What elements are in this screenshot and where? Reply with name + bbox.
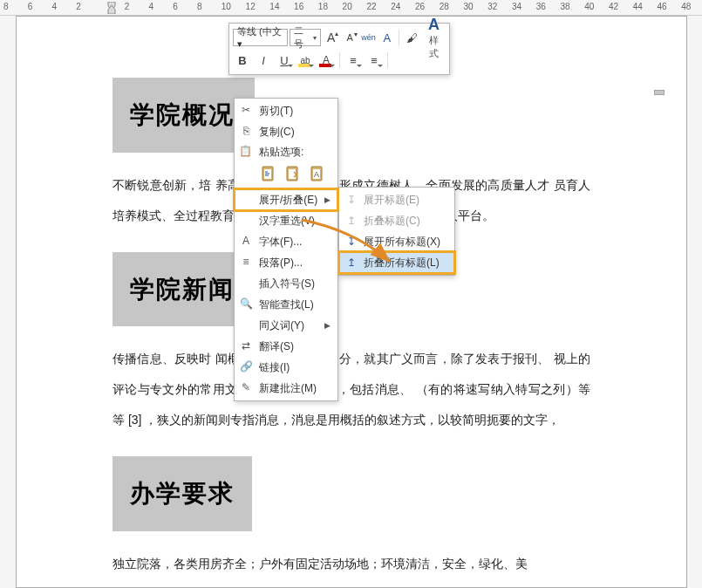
ruler-tick: 40 [584,2,594,11]
heading-2-block[interactable]: 学院新闻 [112,252,252,327]
bullets-icon: ≡ [350,54,357,67]
ruler-tick: 10 [222,2,231,11]
submenu-arrow-icon: ▶ [324,195,331,204]
font-size-value: 二号 [294,24,310,51]
ctx-synonyms[interactable]: 同义词(Y) ▶ [235,315,337,336]
ruler-tick: 44 [633,2,643,11]
translate-icon: ⇄ [239,338,253,352]
mini-toolbar: 等线 (中文▾ 二号▾ A▴ A▾ wén A 🖌 A 样式 B I U ab … [228,23,450,75]
styles-button[interactable]: A 样式 [422,16,446,60]
underline-button[interactable]: U [275,51,294,70]
ctx-translate[interactable]: ⇄ 翻译(S) [235,336,337,357]
ruler-tick: 22 [366,2,376,11]
ctx-link[interactable]: 🔗 链接(I) [235,357,337,378]
paste-merge-button[interactable] [282,163,303,184]
heading-1-text: 学院概况 [130,101,235,128]
right-margin-marker [654,78,665,83]
ruler-tick: 18 [318,2,328,11]
ruler-tick: 38 [560,2,569,11]
heading-3-block[interactable]: 办学要求 [112,456,252,531]
svg-rect-2 [654,90,665,95]
collapse-all-icon: ↥ [344,256,358,270]
cut-icon: ✂ [239,103,253,117]
ctx-paste-options-label: 📋 粘贴选项: [235,142,337,161]
ctx-paste-options: A [235,161,337,189]
font-name-selector[interactable]: 等线 (中文▾ [233,29,288,46]
ruler-tick: 6 [28,2,33,11]
paragraph-2[interactable]: 传播信息、反映时 闻概念有广义与狭义之分，就其广义而言，除了发表于报刊、 视上的… [112,344,590,435]
sub-expand-all[interactable]: ↧ 展开所有标题(X) [339,231,454,252]
paragraph-icon: ≡ [239,255,253,269]
font-name-value: 等线 (中文▾ [237,25,283,50]
sub-collapse-all[interactable]: ↥ 折叠所有标题(L) [339,252,454,273]
ruler-tick: 24 [391,2,400,11]
copy-icon: ⎘ [239,124,253,138]
numbering-button[interactable]: ≡ [365,51,384,70]
clear-formatting-button[interactable]: A [378,28,395,47]
ruler-tick: 8 [3,2,9,11]
paste-text-only-button[interactable]: A [306,163,327,184]
heading-3-text: 办学要求 [130,480,235,507]
ctx-reselect-hanzi[interactable]: 汉字重选(V) [235,210,337,231]
ruler-tick: 34 [512,2,521,11]
svg-text:A: A [314,170,319,179]
ctx-copy[interactable]: ⎘ 复制(C) [235,121,337,142]
ctx-new-comment[interactable]: ✎ 新建批注(M) [235,378,337,399]
ruler-tick: 6 [173,2,178,11]
format-painter-button[interactable]: 🖌 [403,28,419,47]
ruler-tick: 32 [487,2,497,11]
font-icon: A [239,234,253,248]
ruler-tick: 12 [246,2,256,11]
font-color-button[interactable]: A [317,51,336,70]
paste-keep-source-button[interactable] [257,163,278,184]
bold-button[interactable]: B [233,51,252,70]
ruler-tick: 28 [440,2,449,11]
expand-all-icon: ↧ [344,235,358,249]
ruler-tick: 42 [609,2,618,11]
ruler-tick: 46 [657,2,666,11]
paragraph-3[interactable]: 独立院落，各类用房齐全；户外有固定活动场地；环境清洁，安全，绿化、美 [112,549,590,579]
bullets-button[interactable]: ≡ [344,51,363,70]
svg-rect-6 [289,169,296,179]
paste-icon: 📋 [239,145,252,157]
ruler-tick: 26 [415,2,425,11]
italic-button[interactable]: I [254,51,273,70]
expand-collapse-submenu: ↧ 展开标题(E) ↥ 折叠标题(C) ↧ 展开所有标题(X) ↥ 折叠所有标题… [338,187,455,276]
horizontal-ruler[interactable]: 8642246810121416182022242628303234363840… [0,0,702,16]
ruler-tick: 20 [343,2,352,11]
phonetic-guide-button[interactable]: wén [360,28,377,47]
separator [339,52,340,68]
highlight-swatch [298,64,310,67]
ruler-tick: 2 [76,2,81,11]
ctx-paragraph[interactable]: ≡ 段落(P)... [235,252,337,273]
separator [387,52,388,68]
separator [399,30,399,45]
ctx-cut[interactable]: ✂ 剪切(T) [235,100,337,121]
document-canvas[interactable]: 学院概况 不断锐意创新，培 养高层次人才为使命，形成立德树人、全面发展的高质量人… [16,16,687,588]
link-icon: 🔗 [239,359,253,373]
heading-2-text: 学院新闻 [130,276,235,303]
shrink-font-button[interactable]: A▾ [341,28,358,47]
sub-collapse-heading[interactable]: ↥ 折叠标题(C) [339,210,454,231]
highlight-color-button[interactable]: ab [296,51,315,70]
smart-lookup-icon: 🔍 [239,297,253,311]
ruler-tick: 14 [269,2,279,11]
sub-expand-heading[interactable]: ↧ 展开标题(E) [339,189,454,210]
font-color-swatch [319,64,331,67]
ctx-smart-lookup[interactable]: 🔍 智能查找(L) [235,294,337,315]
ruler-tick: 16 [294,2,303,11]
indent-marker[interactable] [106,2,117,14]
ctx-font[interactable]: A 字体(F)... [235,231,337,252]
expand-down-icon: ↧ [344,193,358,207]
ruler-tick: 8 [197,2,202,11]
context-menu: ✂ 剪切(T) ⎘ 复制(C) 📋 粘贴选项: A 展开/折叠(E) ▶ 汉字重… [234,98,338,401]
submenu-arrow-icon: ▶ [324,321,331,330]
grow-font-button[interactable]: A▴ [323,28,339,47]
ruler-tick: 36 [536,2,546,11]
ctx-insert-symbol[interactable]: 插入符号(S) [235,273,337,294]
ruler-tick: 2 [125,2,130,11]
ruler-tick: 4 [52,2,58,11]
ctx-expand-collapse[interactable]: 展开/折叠(E) ▶ [235,189,337,210]
format-painter-icon: 🖌 [406,31,418,44]
font-size-selector[interactable]: 二号▾ [290,29,321,46]
